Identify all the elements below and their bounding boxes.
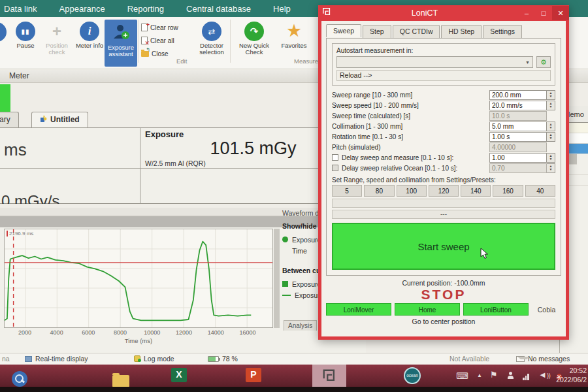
preset-160-button[interactable]: 160: [493, 185, 523, 197]
tab-sweep[interactable]: Sweep: [326, 24, 361, 37]
log-mode-toggle[interactable]: Log mode: [134, 355, 174, 363]
exposure-assistant-button[interactable]: Exposure assistant: [105, 20, 137, 67]
minimize-button[interactable]: –: [518, 6, 535, 20]
sweep-range-input[interactable]: 200.0 mm: [489, 90, 547, 100]
preset-80-button[interactable]: 80: [364, 185, 394, 197]
lonict-app-icon[interactable]: [312, 365, 346, 387]
lonict-logo-icon: [322, 7, 331, 19]
rotation-time-spinner[interactable]: ▲▼: [547, 132, 555, 142]
menu-help[interactable]: Help: [273, 4, 291, 14]
preset-wide-button[interactable]: [332, 199, 555, 208]
tab-analysis[interactable]: Analysis: [284, 320, 317, 331]
separator-button[interactable]: ---: [332, 210, 555, 219]
exposure-marker-icon: [282, 281, 288, 287]
excel-icon[interactable]: X: [171, 368, 187, 382]
position-check-button[interactable]: + Position check: [41, 20, 73, 67]
menu-central-database[interactable]: Central database: [186, 4, 251, 14]
statusbar-partial-text: na: [2, 355, 10, 363]
tab-hd-step[interactable]: HD Step: [441, 25, 482, 38]
maximize-button[interactable]: □: [535, 6, 552, 20]
delay-relative-ocean-checkbox[interactable]: [332, 165, 338, 171]
collimation-input[interactable]: 5.0 mm: [489, 122, 547, 131]
tab-settings[interactable]: Settings: [483, 25, 522, 38]
dialog-body: Sweep Step QC CTDIw HD Step Settings Aut…: [321, 21, 566, 336]
meter-info-button[interactable]: i Meter info: [73, 20, 106, 67]
cobia-label: Cobia: [532, 306, 561, 314]
menu-data-link[interactable]: Data link: [4, 4, 37, 14]
preset-120-button[interactable]: 120: [429, 185, 459, 197]
rotation-time-input[interactable]: 1.00 s: [489, 132, 547, 142]
stop-button[interactable]: STOP: [326, 287, 561, 302]
autostart-settings-button[interactable]: ⚙: [536, 56, 551, 68]
reload-button[interactable]: Reload -->: [336, 70, 551, 81]
tab-qc-ctdiw[interactable]: QC CTDIw: [393, 25, 440, 38]
tray-expand-icon[interactable]: ▲: [477, 372, 482, 378]
sweep-range-spinner[interactable]: ▲▼: [547, 90, 555, 100]
param-rotation-time: Rotation time [0.1 - 30 s] 1.00 s ▲▼: [332, 131, 555, 142]
file-explorer-icon[interactable]: [112, 375, 129, 387]
dialog-titlebar[interactable]: LoniCT – □ ✕: [318, 5, 569, 21]
info-icon: i: [80, 22, 99, 41]
param-delay-sweep-measure: Delay sweep and measure [0.1 - 10 s]: 1.…: [332, 152, 555, 163]
x-axis-title: Time (ms): [4, 337, 273, 344]
close-window-button[interactable]: ✕: [552, 6, 569, 20]
realtime-display-toggle[interactable]: Real-time display: [25, 355, 88, 363]
dialog-title: LoniCT: [331, 8, 518, 18]
laptop-bezel: [0, 387, 588, 392]
taskbar-clock[interactable]: 20:52 2022/06/2: [556, 367, 587, 384]
autostart-combobox[interactable]: ▼: [336, 56, 533, 68]
position-check-icon: +: [52, 22, 61, 41]
preset-140-button[interactable]: 140: [461, 185, 491, 197]
lonibutton-button[interactable]: LoniButton: [463, 303, 529, 316]
delay-sweep-measure-input[interactable]: 1.00: [489, 153, 547, 163]
gear-icon: ⚙: [540, 58, 547, 66]
preset-5-button[interactable]: 5: [332, 185, 362, 197]
beam-quality-label: W/2.5 mm Al (RQR): [145, 159, 206, 167]
tab-untitled[interactable]: Untitled: [31, 112, 88, 127]
action-center-icon[interactable]: ⚑: [490, 370, 498, 380]
tab-library[interactable]: Library: [0, 112, 19, 127]
delay-relative-ocean-input[interactable]: 0.70: [489, 163, 547, 173]
ocean-app-icon[interactable]: ocean: [404, 367, 421, 384]
delay-sweep-measure-spinner[interactable]: ▲▼: [547, 153, 555, 163]
document-tabs: Library Untitled: [0, 112, 366, 128]
edit-group-buttons: + Clear row ✕ Clear all ↰ Close: [141, 21, 191, 60]
sweep-speed-input[interactable]: 20.0 mm/s: [489, 101, 547, 110]
preset-40-button[interactable]: 40: [525, 185, 555, 197]
not-available-status: Not Available: [449, 355, 489, 363]
sweep-speed-spinner[interactable]: ▲▼: [547, 101, 555, 110]
waveform-chart: [5, 229, 272, 327]
lonict-dialog: LoniCT – □ ✕ Sweep Step QC CTDIw HD Step…: [318, 5, 569, 340]
volume-icon[interactable]: ◄)): [538, 370, 551, 380]
sweep-parameters: Sweep range [10 - 300 mm] 200.0 mm ▲▼ Sw…: [332, 90, 555, 173]
menu-appearance[interactable]: Appearance: [59, 4, 105, 14]
delay-relative-ocean-spinner[interactable]: ▲▼: [547, 163, 555, 173]
measurement-panel: ms Exposure 101.5 mGy W/2.5 mm Al (RQR) …: [0, 128, 366, 204]
search-icon[interactable]: [12, 371, 27, 387]
start-sweep-button[interactable]: Start sweep: [332, 223, 555, 270]
messages-status[interactable]: No messages: [516, 355, 570, 363]
pause-button[interactable]: ▮▮ Pause: [9, 20, 42, 67]
network-signal-icon[interactable]: [523, 373, 529, 380]
home-button[interactable]: Home: [395, 303, 460, 316]
time-cell: ms: [0, 128, 140, 169]
menu-reporting[interactable]: Reporting: [127, 4, 164, 14]
detector-selection-button[interactable]: ⇄ Detector selection: [193, 20, 230, 67]
clear-all-button[interactable]: ✕ Clear all: [141, 34, 191, 47]
tab-step[interactable]: Step: [363, 25, 391, 38]
param-sweep-time: Sweep time (calculated) [s] 10.0 s ▲▼: [332, 110, 555, 121]
new-quick-check-button[interactable]: ↷ New Quick Check: [235, 20, 273, 67]
mouse-cursor-icon: [480, 248, 489, 259]
clear-row-icon: +: [141, 24, 148, 31]
lonimover-button[interactable]: LoniMover: [326, 303, 391, 316]
chevron-down-icon: ▼: [525, 60, 530, 65]
collimation-spinner[interactable]: ▲▼: [547, 122, 555, 131]
keyboard-tray-icon[interactable]: ⌨: [456, 371, 468, 381]
delay-sweep-measure-checkbox[interactable]: [332, 154, 338, 161]
preset-100-button[interactable]: 100: [397, 185, 427, 197]
go-to-center-button[interactable]: Go to center position: [326, 318, 561, 327]
presets-row: 5 80 100 120 140 160 40: [332, 185, 555, 197]
powerpoint-icon[interactable]: P: [246, 368, 261, 382]
plot-scrollbar[interactable]: [274, 229, 280, 328]
clear-row-button[interactable]: + Clear row: [141, 21, 191, 34]
